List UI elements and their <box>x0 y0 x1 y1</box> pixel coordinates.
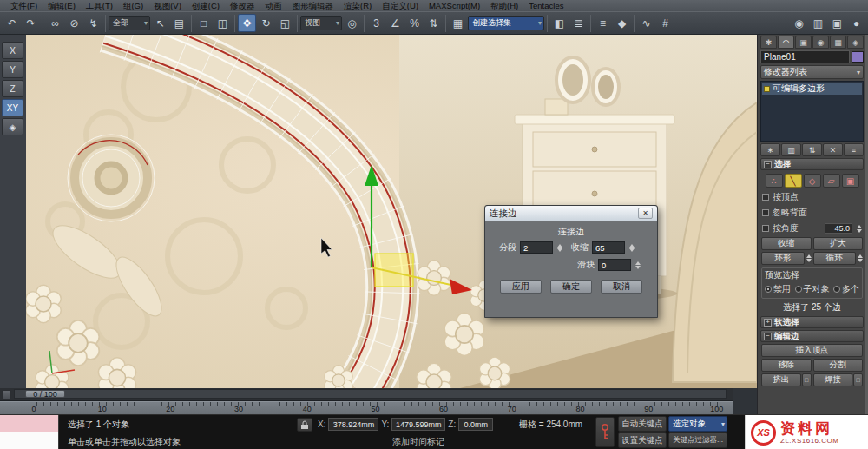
constraint-y-button[interactable]: Y <box>2 61 23 78</box>
tab-motion-icon[interactable]: ◉ <box>812 36 829 49</box>
apply-button[interactable]: 应用 <box>500 280 542 294</box>
configure-modifier-sets-icon[interactable]: ≡ <box>844 143 864 156</box>
grow-button[interactable]: 扩大 <box>813 237 864 250</box>
preview-disabled-radio[interactable]: 禁用 <box>765 283 791 295</box>
select-by-name-icon[interactable]: ▤ <box>170 14 188 32</box>
schematic-view-icon[interactable]: # <box>656 14 674 32</box>
selection-filter-dropdown[interactable]: 全部 <box>108 16 150 30</box>
ok-button[interactable]: 确定 <box>550 280 592 294</box>
spinner-icon[interactable] <box>858 254 863 262</box>
y-coordinate-field[interactable]: 1479.599mm <box>391 418 445 431</box>
snaps-toggle-icon[interactable]: 3 <box>367 14 385 32</box>
tab-display-icon[interactable]: ▦ <box>830 36 846 49</box>
use-pivot-center-icon[interactable]: ◎ <box>343 14 361 32</box>
menubar-item[interactable]: 渲染(R) <box>339 0 377 11</box>
lock-selection-icon[interactable] <box>297 418 312 432</box>
x-coordinate-field[interactable]: 378.924mm <box>328 418 378 431</box>
rollout-edit-edges-header[interactable]: − 编辑边 <box>760 330 864 342</box>
reference-coordinate-dropdown[interactable]: 视图 <box>300 16 342 30</box>
render-setup-icon[interactable]: ▥ <box>809 14 827 32</box>
listener-script-row[interactable] <box>0 432 58 449</box>
undo-icon[interactable]: ↶ <box>3 14 21 32</box>
menubar-item[interactable]: 动画 <box>260 0 287 11</box>
border-subobject-icon[interactable]: ◇ <box>804 174 821 188</box>
spinner-icon[interactable] <box>806 254 812 262</box>
set-key-button[interactable]: 设置关键点 <box>618 432 667 448</box>
angle-snap-icon[interactable]: ∠ <box>386 14 404 32</box>
percent-snap-icon[interactable]: % <box>405 14 424 32</box>
edge-subobject-icon[interactable]: ╲ <box>785 174 802 188</box>
constraint-z-button[interactable]: Z <box>2 80 23 97</box>
maxscript-mini-listener[interactable] <box>0 415 59 449</box>
select-and-move-icon[interactable]: ✥ <box>238 14 256 32</box>
tab-modify-icon[interactable]: ◠ <box>778 36 794 49</box>
tab-hierarchy-icon[interactable]: ▣ <box>795 36 812 49</box>
dialog-titlebar[interactable]: 连接边 ✕ <box>485 206 657 221</box>
window-crossing-icon[interactable]: ◫ <box>214 14 232 32</box>
ignore-backfacing-checkbox[interactable]: 忽略背面 <box>760 206 864 220</box>
pinch-field[interactable]: 65 <box>592 241 625 254</box>
modifier-list-dropdown[interactable]: 修改器列表 <box>760 65 864 79</box>
show-end-result-icon[interactable]: ▥ <box>781 143 801 156</box>
constraint-x-button[interactable]: X <box>2 42 23 59</box>
cancel-button[interactable]: 取消 <box>601 280 642 294</box>
named-selection-sets-dropdown[interactable]: 创建选择集 <box>468 16 544 30</box>
select-object-icon[interactable]: ↖ <box>151 14 169 32</box>
radio-icon[interactable] <box>833 286 840 293</box>
connect-edges-dialog[interactable]: 连接边 ✕ 连接边 分段 2 收缩 65 滑块 0 应用 确定 取消 <box>484 205 658 318</box>
by-angle-field[interactable]: 45.0 <box>825 223 852 234</box>
menubar-item[interactable]: 自定义(U) <box>377 0 424 11</box>
menubar-item[interactable]: Tentacles <box>523 0 569 11</box>
tab-utilities-icon[interactable]: ◈ <box>847 36 864 49</box>
by-angle-checkbox[interactable]: 按角度 45.0 <box>760 221 864 235</box>
split-button[interactable]: 分割 <box>813 359 864 372</box>
loop-button[interactable]: 循环 <box>813 252 857 265</box>
selected-set-dropdown[interactable]: 选定对象 <box>668 416 727 432</box>
time-slider-handle[interactable]: 0 / 100 <box>25 390 65 398</box>
listener-macro-row[interactable] <box>0 415 58 432</box>
preview-multiple-radio[interactable]: 多个 <box>833 283 859 295</box>
constraint-plane-icon[interactable]: ◈ <box>2 118 23 135</box>
rollout-selection-header[interactable]: − 选择 <box>760 158 864 170</box>
unlink-selection-icon[interactable]: ⊘ <box>65 14 83 32</box>
insert-vertex-button[interactable]: 插入顶点 <box>761 344 863 357</box>
add-time-tag[interactable]: 添加时间标记 <box>392 436 444 448</box>
track-bar[interactable]: 0102030405060708090100 <box>0 401 733 414</box>
pin-stack-icon[interactable]: ∗ <box>760 143 780 156</box>
curve-editor-icon[interactable]: ∿ <box>637 14 655 32</box>
auto-key-button[interactable]: 自动关键点 <box>618 416 667 432</box>
menubar-item[interactable]: 组(G) <box>118 0 148 11</box>
extrude-button[interactable]: 挤出 <box>761 373 801 386</box>
perspective-viewport[interactable]: 连接边 ✕ 连接边 分段 2 收缩 65 滑块 0 应用 确定 取消 <box>26 35 757 388</box>
select-and-link-icon[interactable]: ∞ <box>46 14 64 32</box>
key-filters-button[interactable]: 关键点过滤器... <box>668 432 727 448</box>
time-slider-left-button[interactable] <box>2 390 11 399</box>
constraint-xy-button[interactable]: XY <box>2 99 23 116</box>
segments-field[interactable]: 2 <box>520 241 553 254</box>
menubar-item[interactable]: 创建(C) <box>187 0 225 11</box>
extrude-settings-icon[interactable]: □ <box>802 373 812 386</box>
menubar-item[interactable]: 编辑(E) <box>43 0 81 11</box>
set-keys-icon[interactable] <box>595 417 615 447</box>
layer-manager-icon[interactable]: ≡ <box>594 14 612 32</box>
make-unique-icon[interactable]: ⇅ <box>802 143 822 156</box>
slide-field[interactable]: 0 <box>598 259 631 271</box>
by-vertex-checkbox[interactable]: 按顶点 <box>760 190 864 204</box>
tab-create-icon[interactable]: ✱ <box>760 36 777 49</box>
remove-button[interactable]: 移除 <box>761 359 812 372</box>
weld-settings-icon[interactable]: □ <box>853 373 863 386</box>
menubar-item[interactable]: MAXScript(M) <box>424 0 485 11</box>
redo-icon[interactable]: ↷ <box>22 14 40 32</box>
material-editor-icon[interactable]: ◉ <box>790 14 808 32</box>
rectangular-region-icon[interactable]: □ <box>194 14 213 32</box>
menubar-item[interactable]: 视图(V) <box>148 0 187 11</box>
menubar-item[interactable]: 工具(T) <box>81 0 118 11</box>
checkbox-icon[interactable] <box>762 225 769 232</box>
radio-icon[interactable] <box>795 286 802 293</box>
select-and-scale-icon[interactable]: ◱ <box>276 14 294 32</box>
object-name-field[interactable]: Plane01 <box>760 50 850 63</box>
element-subobject-icon[interactable]: ▣ <box>842 174 859 188</box>
stack-item-editable-poly[interactable]: 可编辑多边形 <box>762 83 862 95</box>
menubar-item[interactable]: 修改器 <box>225 0 260 11</box>
checkbox-icon[interactable] <box>762 209 769 216</box>
